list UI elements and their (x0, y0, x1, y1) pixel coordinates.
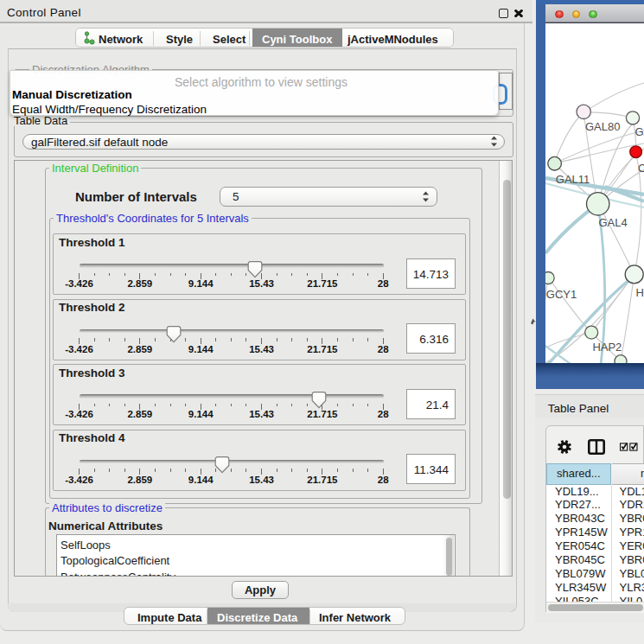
svg-text:GAL4: GAL4 (599, 216, 628, 229)
svg-text:HAP2: HAP2 (592, 341, 622, 354)
svg-text:GAL11: GAL11 (556, 173, 590, 186)
svg-text:GA: GA (635, 125, 644, 138)
svg-text:C: C (638, 162, 644, 175)
svg-text:H: H (636, 286, 644, 299)
svg-text:GCY1: GCY1 (546, 288, 577, 301)
svg-text:GAL80: GAL80 (585, 120, 620, 133)
